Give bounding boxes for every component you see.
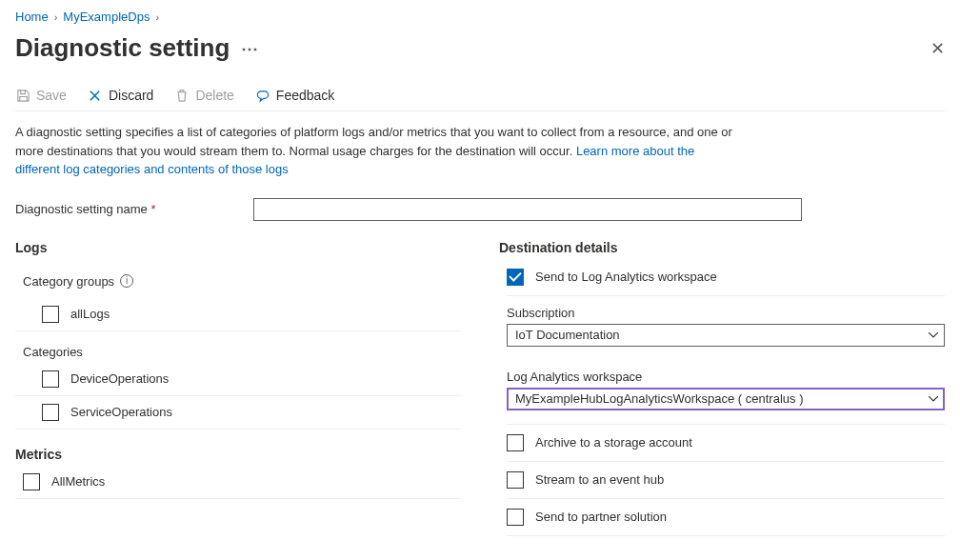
logs-heading: Logs bbox=[15, 240, 499, 265]
feedback-button[interactable]: Feedback bbox=[255, 88, 334, 103]
subscription-label: Subscription bbox=[507, 306, 945, 324]
workspace-label: Log Analytics workspace bbox=[507, 370, 945, 388]
save-icon bbox=[15, 88, 30, 103]
close-icon[interactable]: ✕ bbox=[930, 40, 945, 57]
log-analytics-label: Send to Log Analytics workspace bbox=[535, 270, 717, 284]
partner-checkbox[interactable] bbox=[507, 509, 524, 526]
subscription-block: Subscription IoT Documentation bbox=[507, 296, 945, 360]
subscription-value: IoT Documentation bbox=[515, 328, 620, 342]
category-groups-label: Category groups i bbox=[15, 265, 499, 298]
chevron-down-icon bbox=[929, 396, 938, 402]
workspace-block: Log Analytics workspace MyExampleHubLogA… bbox=[507, 360, 945, 425]
dest-partner-row: Send to partner solution bbox=[507, 499, 945, 536]
archive-label: Archive to a storage account bbox=[535, 435, 692, 450]
alllogs-label: allLogs bbox=[70, 307, 110, 321]
discard-button[interactable]: Discard bbox=[88, 88, 153, 103]
deviceops-label: DeviceOperations bbox=[70, 371, 169, 386]
metrics-heading: Metrics bbox=[15, 430, 499, 466]
log-analytics-checkbox[interactable] bbox=[507, 269, 524, 286]
serviceops-label: ServiceOperations bbox=[70, 405, 172, 419]
allmetrics-label: AllMetrics bbox=[51, 474, 105, 489]
chevron-right-icon: › bbox=[155, 11, 159, 23]
allmetrics-checkbox[interactable] bbox=[23, 473, 40, 490]
deviceops-checkbox[interactable] bbox=[42, 370, 59, 388]
allmetrics-row: AllMetrics bbox=[15, 466, 461, 499]
more-menu-icon[interactable]: ⋯ bbox=[241, 38, 258, 59]
toolbar: Save Discard Delete Feedback bbox=[15, 80, 945, 111]
category-groups-text: Category groups bbox=[23, 274, 114, 289]
discard-icon bbox=[88, 88, 103, 103]
dest-stream-row: Stream to an event hub bbox=[507, 462, 945, 499]
diagnostic-name-input[interactable] bbox=[253, 198, 802, 221]
workspace-value: MyExampleHubLogAnalyticsWorkspace ( cent… bbox=[515, 391, 804, 406]
settings-columns: Logs Category groups i allLogs Categorie… bbox=[15, 240, 945, 536]
stream-checkbox[interactable] bbox=[507, 471, 524, 489]
breadcrumb-resource[interactable]: MyExampleDps bbox=[63, 10, 150, 24]
workspace-select[interactable]: MyExampleHubLogAnalyticsWorkspace ( cent… bbox=[507, 388, 945, 410]
destination-column: Destination details Send to Log Analytic… bbox=[499, 240, 945, 536]
feedback-label: Feedback bbox=[276, 88, 334, 103]
page-title: Diagnostic setting ⋯ bbox=[15, 33, 258, 63]
name-field-row: Diagnostic setting name * bbox=[15, 198, 945, 221]
categories-label: Categories bbox=[15, 331, 499, 363]
chevron-right-icon: › bbox=[54, 11, 58, 23]
delete-button[interactable]: Delete bbox=[174, 88, 233, 103]
page-title-text: Diagnostic setting bbox=[15, 33, 230, 63]
partner-label: Send to partner solution bbox=[535, 510, 667, 524]
name-field-label-text: Diagnostic setting name bbox=[15, 202, 148, 216]
required-asterisk: * bbox=[150, 202, 155, 216]
intro-text: A diagnostic setting specifies a list of… bbox=[15, 123, 739, 190]
save-label: Save bbox=[36, 88, 67, 103]
dest-log-analytics-row: Send to Log Analytics workspace bbox=[507, 265, 945, 295]
title-row: Diagnostic setting ⋯ ✕ bbox=[15, 30, 945, 80]
breadcrumb-home[interactable]: Home bbox=[15, 10, 49, 24]
alllogs-checkbox[interactable] bbox=[42, 306, 59, 323]
delete-label: Delete bbox=[195, 88, 233, 103]
serviceops-checkbox[interactable] bbox=[42, 404, 59, 421]
name-field-label: Diagnostic setting name * bbox=[15, 202, 253, 216]
archive-checkbox[interactable] bbox=[507, 434, 524, 451]
deviceops-row: DeviceOperations bbox=[15, 363, 461, 396]
logs-column: Logs Category groups i allLogs Categorie… bbox=[15, 240, 499, 536]
dest-archive-row: Archive to a storage account bbox=[507, 425, 945, 462]
breadcrumb: Home › MyExampleDps › bbox=[15, 8, 945, 30]
discard-label: Discard bbox=[109, 88, 153, 103]
feedback-icon bbox=[255, 88, 270, 103]
delete-icon bbox=[174, 88, 190, 103]
subscription-select[interactable]: IoT Documentation bbox=[507, 324, 945, 347]
alllogs-row: allLogs bbox=[15, 298, 461, 331]
stream-label: Stream to an event hub bbox=[535, 472, 664, 487]
info-icon[interactable]: i bbox=[120, 274, 133, 288]
destination-heading: Destination details bbox=[499, 240, 945, 265]
serviceops-row: ServiceOperations bbox=[15, 396, 461, 430]
save-button[interactable]: Save bbox=[15, 88, 67, 103]
chevron-down-icon bbox=[929, 332, 938, 338]
